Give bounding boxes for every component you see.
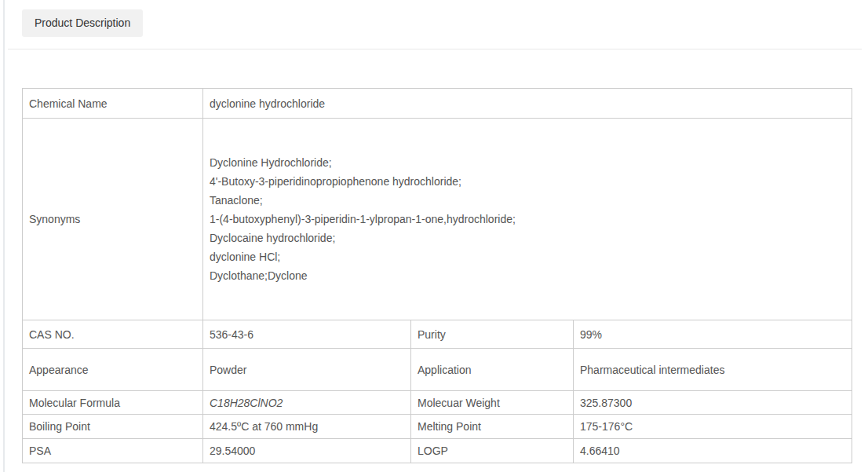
table-row: CAS NO. 536-43-6 Purity 99% [23, 320, 852, 349]
application-value: Pharmaceutical intermediates [574, 349, 852, 391]
product-description-tab[interactable]: Product Description [22, 9, 143, 37]
chemical-name-label: Chemical Name [23, 89, 203, 119]
product-spec-table: Chemical Name dyclonine hydrochloride Sy… [22, 88, 852, 463]
table-row: Chemical Name dyclonine hydrochloride [23, 89, 852, 119]
table-row: Molecular Formula C18H28ClNO2 Molecuar W… [23, 391, 852, 415]
table-row: Synonyms Dyclonine Hydrochloride;4'-Buto… [23, 119, 852, 320]
melting-point-value: 175-176°C [574, 415, 852, 439]
psa-label: PSA [23, 439, 203, 463]
cas-no-label: CAS NO. [23, 320, 203, 349]
molecular-formula-value: C18H28ClNO2 [203, 391, 411, 415]
appearance-label: Appearance [23, 349, 203, 391]
boiling-point-label: Boiling Point [23, 415, 203, 439]
panel-left-border [3, 0, 5, 472]
boiling-point-value: 424.5ºC at 760 mmHg [203, 415, 411, 439]
product-description-page: Product Description Chemical Name dyclon… [0, 0, 868, 472]
table-row: Appearance Powder Application Pharmaceut… [23, 349, 852, 391]
molecular-weight-label: Molecuar Weight [411, 391, 574, 415]
appearance-value: Powder [203, 349, 411, 391]
cas-no-value: 536-43-6 [203, 320, 411, 349]
logp-value: 4.66410 [574, 439, 852, 463]
purity-label: Purity [411, 320, 574, 349]
synonyms-label: Synonyms [23, 119, 203, 320]
melting-point-label: Melting Point [411, 415, 574, 439]
table-row: Boiling Point 424.5ºC at 760 mmHg Meltin… [23, 415, 852, 439]
table-row: PSA 29.54000 LOGP 4.66410 [23, 439, 852, 463]
logp-label: LOGP [411, 439, 574, 463]
psa-value: 29.54000 [203, 439, 411, 463]
application-label: Application [411, 349, 574, 391]
synonyms-list: Dyclonine Hydrochloride;4'-Butoxy-3-pipe… [203, 119, 852, 320]
purity-value: 99% [574, 320, 852, 349]
tab-divider [8, 49, 862, 49]
molecular-formula-label: Molecular Formula [23, 391, 203, 415]
chemical-name-value: dyclonine hydrochloride [203, 89, 852, 119]
molecular-weight-value: 325.87300 [574, 391, 852, 415]
